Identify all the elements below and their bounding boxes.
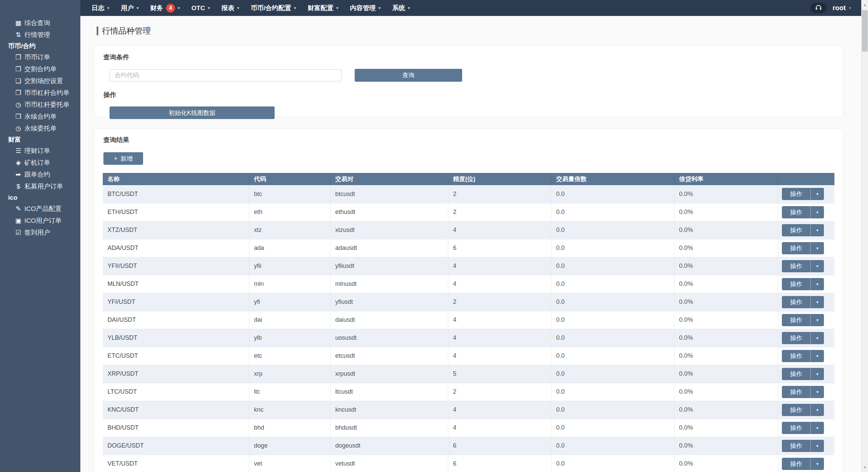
support-button[interactable] <box>810 3 827 13</box>
row-action-button[interactable]: 操作 <box>782 296 811 308</box>
sidebar-item[interactable]: ❒币币订单 <box>0 51 80 63</box>
scroll-up-arrow-icon[interactable]: ▲ <box>862 0 868 9</box>
row-action-button[interactable]: 操作 <box>782 314 811 326</box>
row-action-dropdown-toggle[interactable]: ▾ <box>811 206 824 218</box>
nav-item[interactable]: 币币/合约配置▾ <box>245 0 302 16</box>
cell-code: etc <box>249 347 331 365</box>
nav-item[interactable]: 报表▾ <box>216 0 245 16</box>
row-action-button[interactable]: 操作 <box>782 242 811 254</box>
table-row: MLN/USDTmlnmlnusdt40.00.0%操作▾ <box>103 275 834 293</box>
row-action-dropdown-toggle[interactable]: ▾ <box>811 224 824 236</box>
search-button[interactable]: 查询 <box>355 69 462 82</box>
sidebar-item[interactable]: ☰理财订单 <box>0 145 80 157</box>
page-title: 行情品种管理 <box>97 25 861 36</box>
contract-code-input[interactable] <box>110 69 341 81</box>
sidebar-item[interactable]: ☑签到用户 <box>0 227 80 238</box>
cell-name: KNC/USDT <box>103 401 249 419</box>
row-action-button[interactable]: 操作 <box>782 404 811 416</box>
row-action-dropdown-toggle[interactable]: ▾ <box>811 458 824 470</box>
nav-item-label: 财务 <box>150 4 163 13</box>
sidebar-item[interactable]: ❐永续合约单 <box>0 111 80 122</box>
row-action-dropdown-toggle[interactable]: ▾ <box>811 278 824 290</box>
row-action-button[interactable]: 操作 <box>782 188 811 200</box>
sidebar-item[interactable]: ◈矿机订单 <box>0 157 80 169</box>
topbar: 日志▾用户▾财务4▾OTC▾报表▾币币/合约配置▾财富配置▾内容管理▾系统▾ r… <box>0 0 861 16</box>
nav-item-label: 日志 <box>92 4 104 13</box>
row-action-button[interactable]: 操作 <box>782 350 811 362</box>
nav-item[interactable]: 系统▾ <box>387 0 416 16</box>
nav-item-label: 币币/合约配置 <box>251 4 291 13</box>
sidebar-item[interactable]: ▣ICO用户订单 <box>0 215 80 227</box>
row-action-dropdown-toggle[interactable]: ▾ <box>811 368 824 380</box>
row-action-button[interactable]: 操作 <box>782 440 811 452</box>
file-clock-icon: ◷ <box>12 124 24 132</box>
row-action-button[interactable]: 操作 <box>782 368 811 380</box>
nav-item[interactable]: 用户▾ <box>115 0 145 16</box>
row-action-dropdown-toggle[interactable]: ▾ <box>811 440 824 452</box>
cell-loan_rate: 0.0% <box>674 257 778 275</box>
sidebar-item[interactable]: ✎ICO产品配置 <box>0 203 80 215</box>
row-action-split-button: 操作▾ <box>782 242 824 254</box>
row-action-button[interactable]: 操作 <box>782 260 811 272</box>
row-action-dropdown-toggle[interactable]: ▾ <box>811 332 824 344</box>
row-action-button[interactable]: 操作 <box>782 206 811 218</box>
sidebar-item[interactable]: ❐币币杠杆合约单 <box>0 87 80 99</box>
nav-item[interactable]: 日志▾ <box>86 0 115 16</box>
row-action-dropdown-toggle[interactable]: ▾ <box>811 422 824 434</box>
sidebar-item[interactable]: ◷币币杠杆委托单 <box>0 99 80 111</box>
row-action-button[interactable]: 操作 <box>782 458 811 470</box>
cell-actions: 操作▾ <box>778 221 834 239</box>
sidebar-item-label: 永续合约单 <box>24 112 57 121</box>
cell-loan_rate: 0.0% <box>674 383 778 401</box>
row-action-button[interactable]: 操作 <box>782 278 811 290</box>
row-action-split-button: 操作▾ <box>782 368 824 380</box>
init-kline-button[interactable]: 初始化K线图数据 <box>110 106 275 119</box>
cell-pair: yfiusdt <box>330 293 448 311</box>
row-action-button[interactable]: 操作 <box>782 422 811 434</box>
cell-precision: 6 <box>448 239 551 257</box>
query-row: 查询 <box>94 69 843 82</box>
chevron-down-icon: ▾ <box>849 5 851 11</box>
cell-loan_rate: 0.0% <box>674 221 778 239</box>
sidebar-item[interactable]: ❏交割场控设置 <box>0 75 80 87</box>
row-action-dropdown-toggle[interactable]: ▾ <box>811 350 824 362</box>
row-action-dropdown-toggle[interactable]: ▾ <box>811 242 824 254</box>
scroll-down-arrow-icon[interactable]: ▼ <box>862 463 868 472</box>
sidebar-item[interactable]: ◷永续委托单 <box>0 122 80 134</box>
query-panel: 查询条件 查询 操作 初始化K线图数据 <box>94 45 843 117</box>
row-action-dropdown-toggle[interactable]: ▾ <box>811 260 824 272</box>
sidebar-item[interactable]: ⇅行情管理 <box>0 29 80 41</box>
table-row: XRP/USDTxrpxrpusdt50.00.0%操作▾ <box>103 365 834 383</box>
sidebar-item[interactable]: ❒交割合约单 <box>0 63 80 75</box>
sidebar-item[interactable]: ➦跟单合约 <box>0 169 80 180</box>
row-action-dropdown-toggle[interactable]: ▾ <box>811 188 824 200</box>
nav-item-label: 财富配置 <box>308 4 334 13</box>
user-menu[interactable]: root ▾ <box>833 4 851 12</box>
row-action-dropdown-toggle[interactable]: ▾ <box>811 386 824 398</box>
nav-item[interactable]: OTC▾ <box>186 0 216 16</box>
row-action-dropdown-toggle[interactable]: ▾ <box>811 404 824 416</box>
vertical-scrollbar[interactable]: ▲ ▼ <box>861 0 868 472</box>
sidebar-item[interactable]: $私募用户订单 <box>0 180 80 192</box>
cell-pair: btcusdt <box>330 185 448 203</box>
row-action-split-button: 操作▾ <box>782 188 824 200</box>
cell-actions: 操作▾ <box>778 365 834 383</box>
row-action-split-button: 操作▾ <box>782 296 824 308</box>
row-action-button[interactable]: 操作 <box>782 224 811 236</box>
nav-item[interactable]: 财务4▾ <box>144 0 186 16</box>
cell-actions: 操作▾ <box>778 311 834 329</box>
row-action-button[interactable]: 操作 <box>782 386 811 398</box>
cell-precision: 4 <box>448 257 551 275</box>
sidebar-item-label: 私募用户订单 <box>24 182 63 191</box>
add-button[interactable]: +新增 <box>103 152 143 165</box>
sidebar-item[interactable]: ▦综合查询 <box>0 17 80 29</box>
nav-item[interactable]: 财富配置▾ <box>302 0 344 16</box>
nav-item[interactable]: 内容管理▾ <box>344 0 387 16</box>
row-action-dropdown-toggle[interactable]: ▾ <box>811 314 824 326</box>
row-action-button[interactable]: 操作 <box>782 332 811 344</box>
sidebar-item-label: ICO用户订单 <box>24 216 62 225</box>
chevron-down-icon: ▾ <box>137 5 139 11</box>
scrollbar-thumb[interactable] <box>862 10 868 52</box>
cell-name: XRP/USDT <box>103 365 249 383</box>
row-action-dropdown-toggle[interactable]: ▾ <box>811 296 824 308</box>
